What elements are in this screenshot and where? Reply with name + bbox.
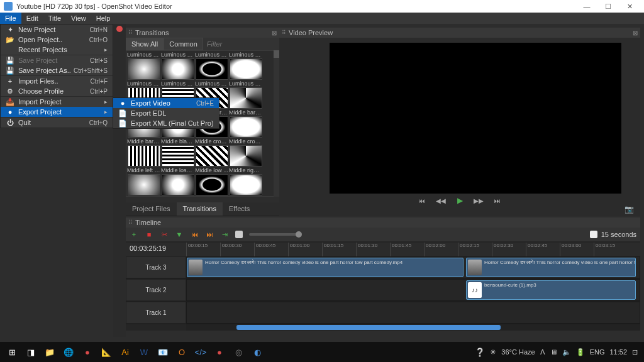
play-button[interactable]: ▶ [455,196,464,205]
add-marker-button[interactable]: ▼ [175,230,184,239]
transition-thumb[interactable] [128,58,160,80]
menu-edit[interactable]: Edit [21,13,43,24]
taskbar-icon[interactable]: ⊞ [4,344,20,360]
clip[interactable]: bensound-cute (1).mp3 [466,280,636,300]
transition-thumb[interactable] [230,145,262,167]
menu-item[interactable]: 💾Save ProjectCtrl+S [1,55,113,65]
taskbar: ⊞◨📁🌐●📐AiW📧O</>●◎◐ ❔ ☀36°C Haze ᐱ🖥🔈🔋 ENG … [0,342,644,362]
snapshot-icon[interactable]: 📷 [625,205,634,214]
timeline-scrollbar[interactable] [186,324,640,331]
transition-thumb[interactable] [230,87,262,109]
menu-item[interactable]: ⏻QuitCtrl+Q [1,118,113,128]
tab-show-all[interactable]: Show All [126,38,164,50]
filter-input[interactable]: Filter [203,40,279,48]
taskbar-icon[interactable]: 🌐 [60,344,77,360]
track-lane[interactable]: Horror Comedy डर लागे! This horror comed… [186,256,640,278]
add-track-button[interactable]: + [130,230,138,239]
center-playhead-button[interactable]: ⇥ [220,230,229,239]
taskbar-icon[interactable]: 📧 [155,344,171,360]
taskbar-icon[interactable]: ◨ [23,344,39,360]
transition-thumb[interactable] [128,174,160,195]
tab-common[interactable]: Common [164,38,203,50]
menu-file[interactable]: File [0,13,21,24]
razor-button[interactable]: ✂ [160,230,169,239]
transition-thumb[interactable] [162,58,194,80]
transitions-scrollbar[interactable] [274,50,279,197]
remove-track-button[interactable]: ■ [145,230,153,239]
menu-view[interactable]: View [66,13,91,24]
taskbar-icon[interactable]: Ai [117,344,133,360]
menu-help[interactable]: Help [91,13,116,24]
jump-start-button[interactable]: ⏮ [418,196,426,205]
fast-forward-button[interactable]: ▶▶ [474,196,483,205]
close-button[interactable]: ✕ [619,0,640,13]
transition-thumb[interactable] [162,145,194,167]
timeline-ruler[interactable]: 00:03:25:19 00:00:1500:00:3000:00:4500:0… [126,243,640,256]
menu-item[interactable]: +Import Files..Ctrl+F [1,76,113,86]
taskbar-icon[interactable]: O [174,344,190,360]
submenu-item[interactable]: 📄Export EDL [113,108,219,118]
menu-item[interactable]: 📥Import Project [1,97,113,107]
taskbar-icon[interactable]: ● [79,344,96,360]
taskbar-icon[interactable]: ◐ [249,344,265,360]
clip[interactable]: Horror Comedy डर लागे! This horror comed… [187,258,464,277]
track: Track 1 [126,302,640,324]
jump-end-button[interactable]: ⏭ [493,196,502,205]
submenu-item[interactable]: 📄Export XML (Final Cut Pro) [113,118,219,128]
menu-item[interactable]: 📂Open Project..Ctrl+O [1,35,113,45]
menubar: File Edit Title View Help [0,13,644,24]
track-header[interactable]: Track 1 [126,302,186,324]
system-tray[interactable]: ❔ ☀36°C Haze ᐱ🖥🔈🔋 ENG 11:52 ⊡ [475,348,641,357]
transition-thumb[interactable] [196,145,228,167]
next-marker-button[interactable]: ⏭ [205,230,214,239]
clip-title: bensound-cute (1).mp3 [467,281,635,289]
tab-effects[interactable]: Effects [223,202,256,216]
transition-thumb[interactable] [230,58,262,80]
taskbar-icon[interactable]: 📐 [98,344,114,360]
track-header[interactable]: Track 3 [126,256,186,278]
menu-item[interactable]: ⚙Choose ProfileCtrl+P [1,86,113,96]
taskbar-icon[interactable]: ◎ [230,344,247,360]
help-icon[interactable]: ❔ [475,348,485,357]
taskbar-icon[interactable]: </> [192,344,209,360]
duration-box[interactable] [590,231,597,238]
zoom-slider[interactable] [249,233,299,236]
track-lane[interactable] [186,302,640,324]
transition-thumb[interactable] [230,174,262,195]
transition-label: Middle low ... [195,167,228,174]
panel-close-icon[interactable]: ⊠ [272,30,277,36]
prev-marker-button[interactable]: ⏮ [190,230,199,239]
transition-thumb[interactable] [196,58,228,80]
track-lane[interactable]: bensound-cute (1).mp3 [186,279,640,301]
taskbar-icon[interactable]: ● [211,344,228,360]
tab-transitions[interactable]: Transitions [177,202,223,216]
minimize-button[interactable]: — [576,0,597,13]
clip-title: Horror Comedy डर लागे! This horror comed… [467,258,635,267]
transition-thumb[interactable] [196,174,228,195]
preview-header[interactable]: Video Preview⊠ [279,28,640,38]
clip[interactable]: Horror Comedy डर लागे! This horror comed… [466,258,636,277]
transition-thumb[interactable] [128,145,160,167]
track-header[interactable]: Track 2 [126,279,186,301]
timeline-toolbar: + ■ ✂ ▼ ⏮ ⏭ ⇥ 15 seconds [126,228,640,241]
transition-label: Middle barr ... [127,138,160,145]
transitions-header[interactable]: Transitions⊠ [126,28,279,38]
transition-label: Luminous sp... [195,80,228,87]
timeline-header[interactable]: Timeline [126,217,640,228]
taskbar-icon[interactable]: 📁 [42,344,58,360]
submenu-item[interactable]: ●Export VideoCtrl+E [113,98,219,108]
menu-item[interactable]: ✦New ProjectCtrl+N [1,25,113,35]
tab-project-files[interactable]: Project Files [126,202,177,216]
menu-item[interactable]: 💾Save Project As..Ctrl+Shift+S [1,65,113,75]
menu-item[interactable]: ●Export Project [1,107,113,117]
menu-item[interactable]: Recent Projects [1,45,113,55]
taskbar-icon[interactable]: W [136,344,152,360]
transition-thumb[interactable] [162,174,194,195]
panel-close-icon[interactable]: ⊠ [633,30,638,36]
rewind-button[interactable]: ◀◀ [436,196,445,205]
file-menu: ✦New ProjectCtrl+N📂Open Project..Ctrl+OR… [0,24,113,128]
menu-title[interactable]: Title [43,13,66,24]
maximize-button[interactable]: ☐ [597,0,619,13]
transition-thumb[interactable] [230,116,262,138]
video-preview-panel: Video Preview⊠ ⏮ ◀◀ ▶ ▶▶ ⏭ 📷 [279,28,640,216]
